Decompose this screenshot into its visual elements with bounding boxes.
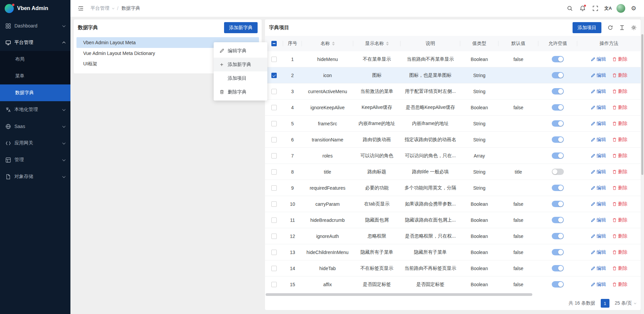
delete-button[interactable]: 删除 (612, 217, 628, 223)
sidebar-item-saas[interactable]: Saas (0, 118, 70, 135)
add-item-button[interactable]: 添加项目 (573, 22, 601, 33)
edit-button[interactable]: 编辑 (591, 249, 606, 255)
delete-button[interactable]: 删除 (612, 281, 628, 288)
context-menu-item-edit-dictionary[interactable]: 编辑字典 (214, 44, 267, 58)
edit-button[interactable]: 编辑 (591, 233, 606, 239)
sidebar-item-gateway[interactable]: 应用网关 (0, 135, 70, 151)
column-header-name[interactable]: 名称 (302, 36, 353, 51)
allow-null-toggle[interactable] (552, 88, 564, 95)
delete-button[interactable]: 删除 (612, 105, 628, 111)
row-checkbox[interactable] (271, 89, 277, 94)
delete-button[interactable]: 删除 (612, 137, 628, 143)
user-menu-button[interactable] (615, 3, 627, 14)
sort-icon[interactable] (386, 42, 389, 46)
context-menu-item-add-item[interactable]: 添加项目 (214, 71, 267, 85)
sidebar-item-data-dictionary[interactable]: 数据字典 (0, 84, 70, 101)
row-checkbox[interactable] (271, 105, 277, 110)
delete-button[interactable]: 删除 (612, 201, 628, 207)
row-checkbox[interactable] (271, 282, 277, 287)
delete-button-label: 删除 (618, 88, 628, 95)
language-button[interactable]: 文A (602, 3, 614, 14)
row-checkbox[interactable] (271, 137, 277, 142)
edit-button[interactable]: 编辑 (591, 153, 606, 159)
sidebar-item-platform[interactable]: 平台管理 (0, 34, 70, 51)
row-checkbox[interactable] (271, 169, 277, 175)
row-checkbox[interactable] (271, 73, 277, 78)
allow-null-toggle[interactable] (552, 281, 564, 288)
sidebar-item-dashboard[interactable]: Dashboard (0, 17, 70, 34)
delete-button[interactable]: 删除 (612, 121, 628, 127)
allow-null-toggle[interactable] (552, 72, 564, 78)
context-menu-item-add-dictionary[interactable]: + 添加新字典 (214, 58, 267, 71)
column-header-display-name[interactable]: 显示名称 (353, 36, 400, 51)
edit-button[interactable]: 编辑 (591, 121, 606, 127)
edit-button[interactable]: 编辑 (591, 185, 606, 191)
row-checkbox[interactable] (271, 57, 277, 62)
delete-button[interactable]: 删除 (612, 249, 628, 255)
sort-icon[interactable] (332, 42, 335, 46)
edit-button[interactable]: 编辑 (591, 105, 606, 111)
delete-button[interactable]: 删除 (612, 169, 628, 175)
pagination-page-1[interactable]: 1 (601, 299, 609, 308)
sidebar-item-localization[interactable]: 本地化管理 (0, 101, 70, 118)
allow-null-toggle[interactable] (552, 104, 564, 111)
row-checkbox[interactable] (271, 250, 277, 255)
delete-button[interactable]: 删除 (612, 56, 628, 62)
edit-button[interactable]: 编辑 (591, 265, 606, 271)
row-checkbox[interactable] (271, 266, 277, 271)
row-checkbox[interactable] (271, 153, 277, 159)
edit-button[interactable]: 编辑 (591, 217, 606, 223)
refresh-icon[interactable] (607, 25, 613, 30)
search-button[interactable] (564, 3, 576, 14)
edit-button[interactable]: 编辑 (591, 72, 606, 78)
sidebar-item-management[interactable]: 管理 (0, 151, 70, 168)
vertical-scrollbar-thumb[interactable] (641, 34, 643, 175)
edit-button[interactable]: 编辑 (591, 281, 606, 288)
settings-button[interactable]: ⚙ (628, 3, 639, 14)
delete-button[interactable]: 删除 (612, 88, 628, 95)
allow-null-toggle[interactable] (552, 217, 564, 223)
allow-null-toggle[interactable] (552, 265, 564, 271)
allow-null-toggle[interactable] (552, 233, 564, 239)
logo[interactable]: Vben Admin (0, 0, 70, 17)
sidebar-item-menu[interactable]: 菜单 (0, 68, 70, 84)
row-checkbox[interactable] (271, 185, 277, 191)
edit-button[interactable]: 编辑 (591, 88, 606, 95)
allow-null-toggle[interactable] (552, 136, 564, 143)
delete-button[interactable]: 删除 (612, 72, 628, 78)
page-size-select[interactable]: 25 条/页 (615, 300, 636, 306)
row-checkbox[interactable] (271, 121, 277, 126)
allow-null-toggle[interactable] (552, 56, 564, 62)
allow-null-toggle[interactable] (552, 185, 564, 191)
horizontal-scrollbar[interactable] (266, 293, 636, 296)
allow-null-toggle[interactable] (552, 152, 564, 159)
delete-button[interactable]: 删除 (612, 153, 628, 159)
add-dictionary-button[interactable]: 添加新字典 (224, 22, 258, 33)
allow-null-toggle[interactable] (552, 201, 564, 207)
context-menu-item-delete-dictionary[interactable]: 删除字典 (214, 85, 267, 99)
edit-button[interactable]: 编辑 (591, 56, 606, 62)
fullscreen-button[interactable] (590, 3, 601, 14)
column-settings-gear-icon[interactable] (631, 25, 637, 30)
row-checkbox[interactable] (271, 217, 277, 223)
row-checkbox[interactable] (271, 201, 277, 207)
delete-button[interactable]: 删除 (612, 233, 628, 239)
sidebar-item-object-storage[interactable]: 对象存储 (0, 168, 70, 185)
allow-null-toggle[interactable] (552, 169, 564, 175)
row-checkbox[interactable] (271, 234, 277, 239)
sidebar-item-layout[interactable]: 布局 (0, 51, 70, 68)
breadcrumb-item[interactable]: 平台管理 (91, 5, 109, 11)
delete-button[interactable]: 删除 (612, 185, 628, 191)
horizontal-scrollbar-thumb[interactable] (266, 293, 532, 296)
allow-null-toggle[interactable] (552, 120, 564, 127)
edit-button[interactable]: 编辑 (591, 201, 606, 207)
allow-null-toggle[interactable] (552, 249, 564, 255)
select-all-checkbox[interactable] (271, 41, 277, 46)
delete-button[interactable]: 删除 (612, 265, 628, 271)
vertical-scrollbar[interactable] (641, 17, 644, 314)
menu-fold-button[interactable] (75, 3, 87, 14)
edit-button[interactable]: 编辑 (591, 137, 606, 143)
notifications-button[interactable] (577, 3, 588, 14)
edit-button[interactable]: 编辑 (591, 169, 606, 175)
row-height-icon[interactable] (619, 25, 625, 30)
